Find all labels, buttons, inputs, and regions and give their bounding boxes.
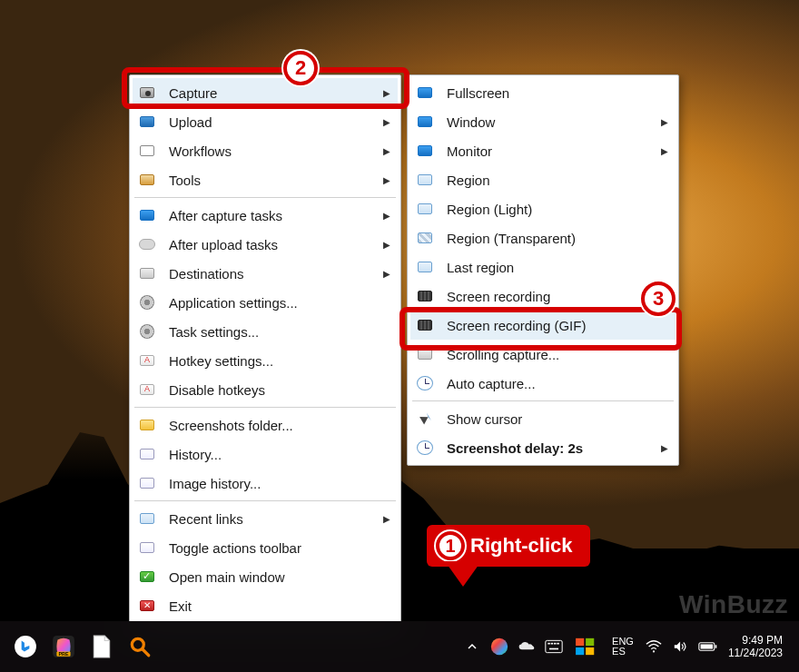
grid-icon — [136, 142, 158, 160]
gray-icon — [414, 345, 436, 363]
submenu-item-last-region[interactable]: Last region — [410, 252, 676, 282]
submenu-item-region[interactable]: Region — [410, 165, 676, 194]
svg-rect-9 — [551, 643, 554, 645]
menu-item-label: After capture tasks — [169, 208, 383, 223]
blue-icon — [414, 142, 436, 160]
sharex-tray-icon[interactable] — [487, 628, 512, 665]
menu-item-label: Toggle actions toolbar — [169, 540, 390, 556]
svg-rect-11 — [557, 643, 559, 645]
svg-rect-19 — [715, 645, 717, 647]
blue-icon — [414, 84, 436, 102]
search-icon[interactable] — [122, 628, 158, 665]
taskbar-pinned: PRE — [7, 628, 158, 665]
menu-item-upload[interactable]: Upload▶ — [133, 107, 398, 136]
key-icon — [136, 351, 158, 370]
submenu-item-region-transparent[interactable]: Region (Transparent) — [410, 223, 676, 252]
doc-icon — [136, 445, 158, 463]
menu-item-recent-links[interactable]: Recent links▶ — [133, 504, 398, 533]
menu-item-image-history[interactable]: Image history... — [133, 469, 398, 498]
menu-item-label: Application settings... — [169, 295, 390, 311]
clock-icon — [414, 439, 436, 457]
copilot-pre-icon[interactable]: PRE — [45, 628, 82, 665]
file-icon[interactable] — [84, 628, 120, 665]
menu-item-label: Recent links — [169, 511, 383, 527]
menu-item-tools[interactable]: Tools▶ — [133, 165, 398, 194]
touchkeyboard-tray-icon[interactable] — [541, 628, 567, 665]
svg-rect-12 — [549, 648, 558, 650]
submenu-item-fullscreen[interactable]: Fullscreen — [410, 78, 676, 107]
submenu-item-label: Region (Transparent) — [447, 231, 668, 246]
menu-item-label: After upload tasks — [169, 237, 383, 252]
system-tray: ENG ES 9:49 PM 11/24/2023 — [459, 628, 792, 665]
submenu-arrow-icon: ▶ — [383, 269, 390, 279]
svg-rect-7 — [546, 640, 562, 652]
menu-item-history[interactable]: History... — [133, 440, 398, 469]
svg-point-17 — [653, 650, 655, 652]
wifi-tray-icon[interactable] — [641, 628, 666, 665]
menu-item-after-capture-tasks[interactable]: After capture tasks▶ — [133, 201, 398, 230]
svg-rect-16 — [586, 647, 594, 655]
submenu-item-label: Region — [447, 173, 668, 188]
submenu-arrow-icon: ▶ — [661, 443, 668, 453]
menu-item-capture[interactable]: Capture▶ — [133, 78, 398, 107]
menu-item-open-main-window[interactable]: Open main window — [133, 562, 398, 591]
svg-text:PRE: PRE — [58, 651, 69, 657]
blue-icon — [414, 113, 436, 131]
menu-item-label: Task settings... — [169, 324, 390, 340]
menu-item-label: Upload — [169, 114, 383, 130]
taskbar-clock[interactable]: 9:49 PM 11/24/2023 — [723, 634, 792, 659]
onedrive-tray-icon[interactable] — [514, 628, 539, 665]
submenu-item-region-light[interactable]: Region (Light) — [410, 194, 676, 223]
submenu-item-label: Screenshot delay: 2s — [447, 440, 661, 456]
menu-item-label: Exit — [169, 598, 390, 614]
menu-item-label: Open main window — [169, 569, 390, 585]
submenu-item-label: Screen recording (GIF) — [447, 318, 668, 333]
battery-tray-icon[interactable] — [695, 628, 721, 665]
language-line2: ES — [612, 647, 634, 657]
menu-item-toggle-actions-toolbar[interactable]: Toggle actions toolbar — [133, 533, 398, 562]
submenu-arrow-icon: ▶ — [383, 117, 390, 127]
menu-separator — [134, 500, 396, 501]
svg-rect-13 — [576, 638, 584, 646]
submenu-item-show-cursor[interactable]: Show cursor — [410, 404, 676, 433]
submenu-item-screen-recording[interactable]: Screen recording — [410, 282, 676, 311]
chain-icon — [136, 509, 158, 528]
submenu-item-label: Auto capture... — [447, 376, 668, 391]
submenu-item-label: Show cursor — [447, 411, 668, 427]
menu-item-label: Screenshots folder... — [169, 418, 390, 433]
svg-rect-10 — [554, 643, 557, 645]
submenu-item-screenshot-delay-2s[interactable]: Screenshot delay: 2s▶ — [410, 433, 676, 462]
submenu-item-label: Scrolling capture... — [447, 347, 668, 362]
bing-chat-icon[interactable] — [7, 628, 44, 665]
menu-item-disable-hotkeys[interactable]: Disable hotkeys — [133, 375, 398, 404]
submenu-item-auto-capture[interactable]: Auto capture... — [410, 369, 676, 398]
svg-point-6 — [491, 638, 508, 655]
menu-separator — [134, 197, 396, 198]
patt-icon — [414, 229, 436, 247]
menu-item-workflows[interactable]: Workflows▶ — [133, 136, 398, 165]
menu-item-task-settings[interactable]: Task settings... — [133, 317, 398, 346]
svg-rect-15 — [576, 647, 584, 655]
upload-icon — [136, 113, 158, 131]
tray-chevron-icon[interactable] — [459, 628, 485, 665]
film-icon — [414, 287, 436, 305]
menu-item-hotkey-settings[interactable]: Hotkey settings... — [133, 346, 398, 375]
language-indicator[interactable]: ENG ES — [607, 637, 639, 657]
generic-icon — [414, 171, 436, 189]
menu-item-after-upload-tasks[interactable]: After upload tasks▶ — [133, 230, 398, 259]
menu-item-destinations[interactable]: Destinations▶ — [133, 259, 398, 288]
taskbar-time: 9:49 PM — [728, 634, 783, 647]
menu-item-exit[interactable]: Exit — [133, 591, 398, 620]
gear-icon — [136, 322, 158, 341]
svg-point-0 — [15, 636, 36, 657]
menu-item-label: Tools — [169, 173, 383, 188]
menu-item-screenshots-folder[interactable]: Screenshots folder... — [133, 410, 398, 440]
volume-tray-icon[interactable] — [668, 628, 694, 665]
windows-copilot-tray-icon[interactable] — [568, 628, 605, 665]
submenu-item-window[interactable]: Window▶ — [410, 107, 676, 136]
submenu-item-monitor[interactable]: Monitor▶ — [410, 136, 676, 165]
menu-item-application-settings[interactable]: Application settings... — [133, 288, 398, 317]
submenu-item-screen-recording-gif[interactable]: Screen recording (GIF) — [410, 311, 676, 340]
submenu-item-scrolling-capture[interactable]: Scrolling capture... — [410, 340, 676, 369]
clock-icon — [414, 374, 436, 392]
